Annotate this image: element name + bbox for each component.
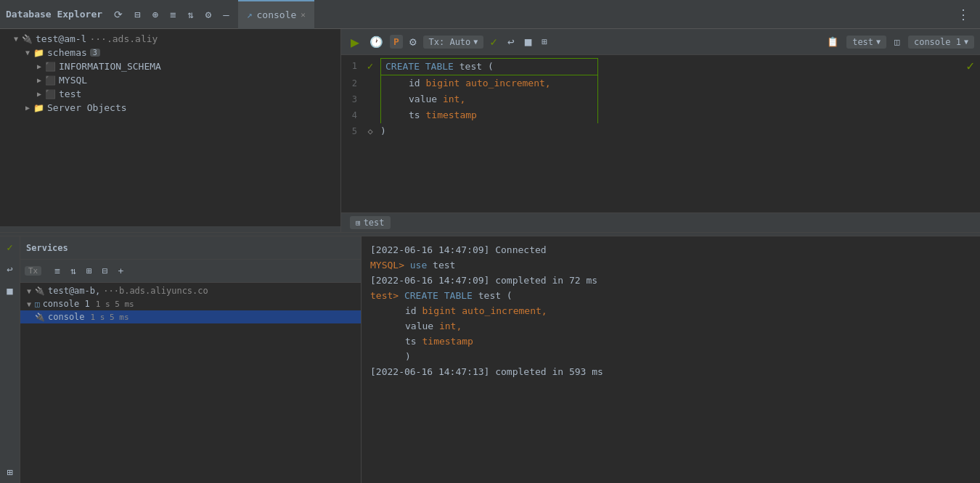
tree-item-mysql[interactable]: ▶ ⬛ MYSQL bbox=[0, 73, 340, 87]
refresh-icon[interactable]: ⟳ bbox=[111, 7, 126, 22]
output-line-7: ts timestamp bbox=[370, 334, 971, 349]
code-line-1: 1 ✓ CREATE TABLE test ( bbox=[341, 58, 980, 75]
tree-label-mysql: MYSQL bbox=[59, 75, 87, 86]
code-content-5: ) bbox=[377, 123, 980, 139]
output-text-1: [2022-06-16 14:47:09] Connected bbox=[370, 244, 547, 255]
tree-label-test: test bbox=[59, 88, 81, 99]
tree-item-information-schema[interactable]: ▶ ⬛ INFORMATION_SCHEMA bbox=[0, 59, 340, 73]
rollback-button[interactable]: ↩ bbox=[504, 33, 518, 50]
stop-button[interactable]: ■ bbox=[521, 33, 536, 50]
tab-bar: ↗ console ✕ bbox=[238, 0, 947, 29]
services-list-icon[interactable]: ⊟ bbox=[99, 264, 111, 278]
console-tab[interactable]: ↗ console ✕ bbox=[238, 0, 314, 29]
output-text-2: test bbox=[433, 260, 455, 271]
settings-icon[interactable]: ⚙ bbox=[203, 7, 214, 22]
grid-icon: ⊞ bbox=[356, 218, 361, 228]
arrow-icon: ▼ bbox=[23, 49, 32, 57]
db-tree: ▼ 🔌 test@am-l ··· .ads.aliy ▼ 📁 schemas … bbox=[0, 29, 340, 226]
code-content-1: CREATE TABLE test ( bbox=[377, 58, 980, 75]
tree-label-root-domain: .ads.aliy bbox=[107, 33, 158, 44]
code-line-3: 3 value int, bbox=[341, 91, 980, 107]
output-line-8: ) bbox=[370, 350, 971, 364]
arrow-icon: ▼ bbox=[12, 35, 20, 43]
commit-button[interactable]: ✓ bbox=[486, 33, 501, 50]
output-col-value: value bbox=[405, 321, 439, 331]
console-selector[interactable]: console 1 ▼ bbox=[908, 36, 974, 49]
profile-button[interactable]: P bbox=[390, 35, 403, 49]
run-button[interactable]: ▶ bbox=[347, 32, 363, 52]
output-close-paren: ) bbox=[405, 351, 411, 362]
editor-panel: ▶ 🕐 P ⚙ Tx: Auto ▼ ✓ ↩ ■ ⊞ 📋 test ▼ ◫ c bbox=[341, 29, 980, 232]
tx-dropdown[interactable]: Tx: Auto ▼ bbox=[423, 36, 484, 49]
connection-icon: 🔌 bbox=[35, 313, 45, 322]
line-number-1: 1 bbox=[341, 58, 363, 74]
output-prompt-1: MYSQL> bbox=[370, 260, 410, 271]
services-item-console1[interactable]: ▼ ◫ console 1 1 s 5 ms bbox=[20, 297, 361, 310]
toolbar-right: 📋 test ▼ ◫ console 1 ▼ bbox=[823, 35, 974, 49]
connection-icon: 🔌 bbox=[35, 286, 45, 296]
output-line-2: MYSQL> use test bbox=[370, 258, 971, 273]
output-keyword-create: CREATE bbox=[404, 290, 438, 301]
code-content-4: ts timestamp bbox=[377, 107, 980, 123]
services-grid-icon[interactable]: ⊞ bbox=[83, 264, 95, 278]
side-icons-panel: ✓ ↩ ■ ⊞ bbox=[0, 236, 20, 483]
folder-icon: 📁 bbox=[33, 103, 44, 113]
services-item-console[interactable]: 🔌 console 1 s 5 ms bbox=[20, 310, 361, 323]
more-options-icon[interactable]: ⋮ bbox=[952, 7, 974, 22]
services-label-console1: console 1 bbox=[43, 299, 90, 309]
line-number-2: 2 bbox=[341, 75, 363, 91]
line-number-4: 4 bbox=[341, 107, 363, 123]
output-col-value-type: int, bbox=[439, 321, 462, 331]
col-ts: ts bbox=[409, 110, 425, 120]
check-side-icon[interactable]: ✓ bbox=[4, 239, 15, 255]
services-item-root[interactable]: ▼ 🔌 test@am-b, ··· b.ads.aliyuncs.co bbox=[20, 284, 361, 297]
arrow-icon: ▶ bbox=[23, 104, 32, 112]
output-keyword-table: TABLE bbox=[444, 290, 473, 301]
output-line-9: [2022-06-16 14:47:13] completed in 593 m… bbox=[370, 365, 971, 379]
sql-icon[interactable]: ⊟ bbox=[131, 7, 143, 22]
tree-item-schemas[interactable]: ▼ 📁 schemas 3 bbox=[0, 46, 340, 59]
grid-button[interactable]: ⊞ bbox=[538, 35, 551, 49]
filter-icon[interactable]: ⇅ bbox=[184, 7, 196, 22]
tree-item-server-objects[interactable]: ▶ 📁 Server Objects bbox=[0, 101, 340, 115]
horizontal-scrollbar[interactable] bbox=[0, 226, 340, 232]
arrow-icon: ▼ bbox=[25, 287, 33, 295]
console-icon: ◫ bbox=[35, 300, 40, 309]
output-line-5: id bigint auto_increment, bbox=[370, 304, 971, 318]
services-add-icon[interactable]: + bbox=[115, 264, 127, 278]
tree-item-test-schema[interactable]: ▶ ⬛ test bbox=[0, 87, 340, 101]
services-label-console: console bbox=[48, 312, 85, 322]
result-tab-label: test bbox=[364, 218, 385, 228]
services-time-console1: 1 s 5 ms bbox=[96, 300, 134, 309]
minimize-icon[interactable]: — bbox=[220, 7, 232, 22]
result-tab[interactable]: ⊞ test bbox=[350, 216, 391, 229]
connection-icon: 🔌 bbox=[22, 34, 33, 44]
history-button[interactable]: 🕐 bbox=[366, 34, 387, 50]
stop-side-icon[interactable]: ■ bbox=[4, 283, 15, 299]
col-id: id bbox=[409, 78, 425, 88]
align-icon[interactable]: ≡ bbox=[167, 7, 179, 22]
output-line-4: test> CREATE TABLE test ( bbox=[370, 289, 971, 303]
tree-item-root[interactable]: ▼ 🔌 test@am-l ··· .ads.aliy bbox=[0, 32, 340, 46]
services-align2-icon[interactable]: ⇅ bbox=[68, 264, 79, 278]
arrow-icon: ▼ bbox=[25, 300, 33, 308]
line-check-1: ✓ bbox=[363, 58, 377, 74]
chevron-down-icon: ▼ bbox=[473, 38, 478, 46]
line-number-5: 5 bbox=[341, 123, 363, 139]
grid-side-icon[interactable]: ⊞ bbox=[4, 464, 15, 480]
settings-button[interactable]: ⚙ bbox=[406, 33, 420, 50]
chevron-icon: ▼ bbox=[876, 38, 881, 46]
col-value: value bbox=[409, 94, 443, 104]
services-time-console: 1 s 5 ms bbox=[91, 313, 129, 322]
target-label: test bbox=[852, 37, 873, 47]
code-line-2: 2 id bigint auto_increment, bbox=[341, 75, 980, 91]
add-connection-icon[interactable]: ⊕ bbox=[150, 7, 161, 22]
code-editor[interactable]: 1 ✓ CREATE TABLE test ( 2 bbox=[341, 55, 980, 212]
code-content-3: value int, bbox=[377, 91, 980, 107]
col-value-type: int, bbox=[443, 94, 465, 104]
console-tab-close[interactable]: ✕ bbox=[301, 10, 306, 20]
services-align1-icon[interactable]: ≡ bbox=[52, 264, 63, 278]
undo-side-icon[interactable]: ↩ bbox=[4, 261, 15, 277]
output-text-4: test ( bbox=[478, 290, 513, 301]
target-selector[interactable]: test ▼ bbox=[846, 36, 886, 49]
